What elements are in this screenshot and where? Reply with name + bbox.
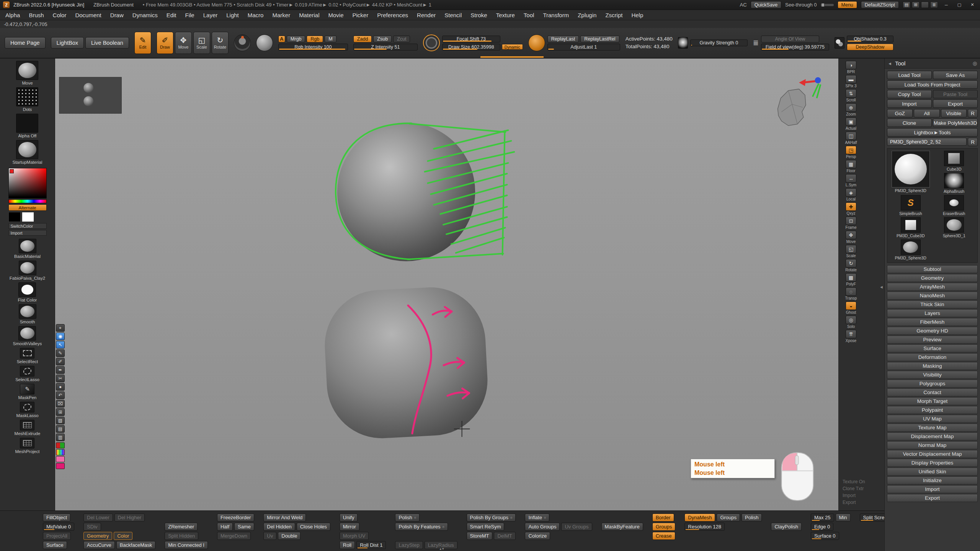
dock-button[interactable]: Same bbox=[234, 523, 254, 531]
shelf-button[interactable]: ◫ AAHalf bbox=[843, 132, 859, 145]
tool-section-bar[interactable]: Polypaint bbox=[887, 406, 978, 414]
tool-thumbnail[interactable]: PM3D_Sphere3D bbox=[890, 240, 932, 260]
replay-last-rel-button[interactable]: ReplayLastRel bbox=[580, 36, 619, 42]
material-thumbnail[interactable]: SmoothValleys bbox=[13, 326, 42, 346]
menu-item[interactable]: Alpha bbox=[5, 11, 21, 19]
tool-section-bar[interactable]: NanoMesh bbox=[887, 292, 978, 300]
focal-shift-slider[interactable]: Focal Shift 73 bbox=[442, 36, 500, 42]
shelf-button[interactable]: ⇈ Xpose bbox=[843, 330, 859, 343]
menu-item[interactable]: Edit bbox=[166, 11, 177, 19]
tool-section-bar[interactable]: Contact bbox=[887, 388, 978, 396]
dock-button[interactable]: Polish bbox=[742, 514, 762, 522]
replay-last-button[interactable]: ReplayLast bbox=[547, 36, 579, 42]
gravity-strength-slider[interactable]: Gravity Strength 0 bbox=[690, 39, 748, 46]
load-tool-button[interactable]: Load Tool bbox=[887, 71, 932, 79]
shelf-button[interactable]: ↻ Rotate bbox=[843, 259, 859, 272]
current-stroke-icon[interactable] bbox=[256, 34, 273, 51]
tool-section-bar[interactable]: Layers bbox=[887, 309, 978, 317]
brush-tool-thumbnail[interactable]: SelectRect bbox=[17, 348, 38, 364]
dock-button[interactable]: ClayPolish bbox=[771, 523, 801, 531]
shadow-icon[interactable] bbox=[835, 37, 844, 49]
gravity-icon[interactable] bbox=[678, 37, 688, 49]
edit-mode-button[interactable]: ✎ Edit bbox=[134, 32, 151, 54]
tool-section-bar[interactable]: Normal Map bbox=[887, 441, 978, 449]
draw-size-slider[interactable]: Draw Size 602.35998 bbox=[442, 44, 500, 51]
dock-button[interactable]: DynaMesh bbox=[684, 514, 715, 522]
brush-tool-thumbnail[interactable]: MaskPen bbox=[18, 384, 37, 400]
rgb-button[interactable]: Rgb bbox=[307, 36, 323, 42]
shelf-button[interactable]: ▦ Floor bbox=[843, 160, 859, 173]
tray-thumbnail[interactable]: Alpha Off bbox=[16, 114, 38, 138]
menu-item[interactable]: Draw bbox=[109, 11, 124, 19]
menu-item[interactable]: Tool bbox=[523, 11, 535, 19]
palette-icon[interactable] bbox=[921, 2, 929, 8]
brush-tool-thumbnail[interactable]: MeshProject bbox=[15, 438, 40, 454]
annotation-color-swatch[interactable] bbox=[56, 442, 65, 448]
menu-item[interactable]: Material bbox=[298, 11, 320, 19]
dock-button[interactable]: Geometry bbox=[83, 532, 112, 540]
tool-r-button[interactable]: R bbox=[968, 138, 978, 146]
goz-r-button[interactable]: R bbox=[968, 109, 978, 117]
tool-section-bar[interactable]: Geometry bbox=[887, 274, 978, 282]
dock-button[interactable]: Min bbox=[836, 514, 851, 522]
knife-icon[interactable]: ✂ bbox=[56, 375, 65, 382]
dock-button[interactable]: Smart ReSym bbox=[467, 523, 505, 531]
tool-thumbnail[interactable]: SimpleBrush bbox=[890, 195, 932, 216]
tool-section-bar[interactable]: Texture Map bbox=[887, 424, 978, 432]
dock-button[interactable]: Colorize bbox=[525, 532, 550, 540]
tool-section-bar[interactable]: Surface bbox=[887, 344, 978, 352]
tool-section-bar[interactable]: Deformation bbox=[887, 353, 978, 361]
tray-thumbnail[interactable]: Dots bbox=[16, 87, 38, 112]
annotation-color-swatch[interactable] bbox=[56, 449, 65, 455]
tray-thumbnail[interactable]: Move bbox=[16, 61, 38, 85]
hue-strip[interactable] bbox=[8, 199, 47, 203]
pen-icon[interactable]: ✒ bbox=[56, 366, 65, 374]
menu-item[interactable]: File bbox=[185, 11, 195, 19]
live-boolean-button[interactable]: Live Boolean bbox=[85, 37, 129, 49]
tool-section-bar[interactable]: Geometry HD bbox=[887, 327, 978, 335]
eye-icon[interactable]: ◉ bbox=[56, 333, 65, 340]
menu-item[interactable]: Stroke bbox=[470, 11, 488, 19]
dock-button[interactable]: Mirror And Weld bbox=[263, 514, 306, 522]
load-tools-from-project-button[interactable]: Load Tools From Project bbox=[887, 80, 978, 89]
document-canvas[interactable] bbox=[55, 59, 838, 510]
quicksave-button[interactable]: QuickSave bbox=[751, 1, 781, 8]
menu-item[interactable]: Zscript bbox=[604, 11, 623, 19]
menu-item[interactable]: Document bbox=[74, 11, 102, 19]
shelf-button[interactable]: ◑ BPR bbox=[843, 61, 859, 74]
see-through-slider[interactable] bbox=[821, 4, 834, 6]
color-import-button[interactable]: Import bbox=[8, 230, 47, 236]
dock-button[interactable]: MidValue 0 bbox=[43, 523, 74, 531]
dock-button[interactable]: BackfaceMask bbox=[116, 541, 156, 549]
mrgb-button[interactable]: Mrgb bbox=[287, 36, 305, 42]
main-color-swatch[interactable] bbox=[8, 212, 21, 222]
transform-mode-button[interactable]: ↻ Rotate bbox=[212, 32, 229, 54]
tool-section-bar[interactable]: Thick Skin bbox=[887, 300, 978, 308]
lightbox-tools-button[interactable]: Lightbox►Tools bbox=[887, 128, 978, 137]
save-as-button[interactable]: Save As bbox=[933, 71, 978, 79]
image-icon[interactable]: ⊞ bbox=[56, 408, 65, 416]
menu-item[interactable]: Render bbox=[416, 11, 436, 19]
dock-button[interactable]: Groups bbox=[652, 523, 676, 531]
panel-menu-icon[interactable]: ◎ bbox=[973, 60, 977, 66]
tool-thumbnail[interactable]: Cube3D bbox=[933, 151, 975, 171]
alternate-button[interactable]: Alternate bbox=[8, 204, 47, 211]
shelf-button[interactable]: ↔ L.Sym bbox=[843, 174, 859, 187]
tool-thumbnail[interactable]: EraserBrush bbox=[933, 195, 975, 216]
menu-item[interactable]: Light bbox=[225, 11, 240, 19]
cursor-icon[interactable]: ↖ bbox=[56, 341, 65, 349]
dynamic-toggle[interactable]: Dynamic bbox=[502, 44, 523, 50]
shelf-button[interactable]: ◌ Transp bbox=[843, 287, 859, 300]
menu-item[interactable]: Picker bbox=[352, 11, 369, 19]
tool-section-bar[interactable]: Import bbox=[887, 485, 978, 493]
lightbox-button[interactable]: LightBox bbox=[51, 37, 84, 49]
menu-item[interactable]: Layer bbox=[203, 11, 219, 19]
shelf-button[interactable]: ✚ Qxyz bbox=[843, 202, 859, 215]
doc-icon[interactable]: ▤ bbox=[903, 2, 910, 8]
shelf-button[interactable]: ⊕ Zoom bbox=[843, 103, 859, 116]
focal-shift-icon[interactable] bbox=[423, 34, 440, 51]
tool-section-bar[interactable]: Subtool bbox=[887, 265, 978, 273]
field-of-view-slider[interactable]: Field of view(deg) 39.59775 bbox=[761, 44, 829, 51]
dock-button[interactable]: FillObject bbox=[43, 514, 70, 522]
brush-tool-thumbnail[interactable]: SelectLasso bbox=[15, 366, 39, 382]
